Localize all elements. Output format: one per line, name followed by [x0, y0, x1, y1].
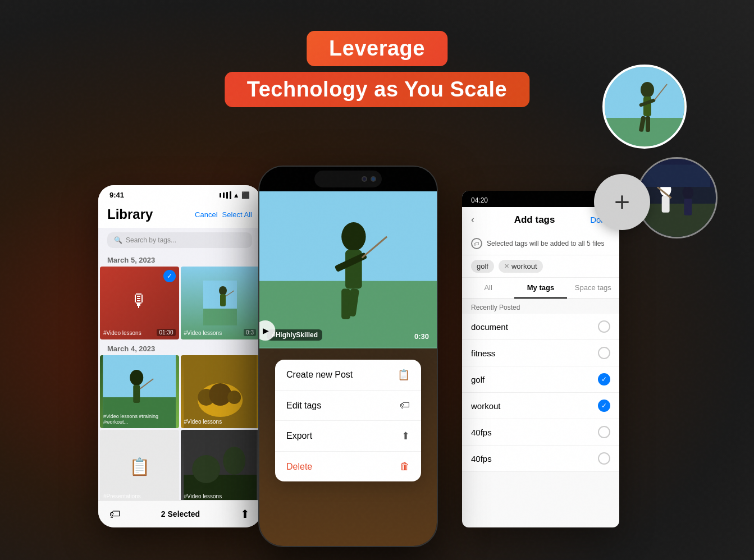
grid-row-3: 📋 #Presentations #Video lessons [98, 430, 261, 503]
thumb-duration-1: 01:30 [157, 329, 175, 336]
menu-item-export-label: Export [286, 431, 312, 441]
svg-rect-13 [684, 198, 692, 215]
grid-row-1: 🎙 #Video lessons 01:30 ✓ #Video lessons … [98, 267, 261, 339]
back-button[interactable]: ‹ [471, 214, 474, 226]
status-bar-left: 9:41 ▲ ⬛ [98, 185, 261, 202]
thumb-hands-1[interactable]: #Video lessons [181, 355, 260, 428]
tag-item-40fps-2[interactable]: 40fps [462, 446, 619, 472]
status-time-right: 04:20 [471, 196, 488, 204]
thumb-golf-2[interactable]: #Video lessons [181, 430, 260, 503]
section-date-1: March 5, 2023 [98, 253, 261, 267]
tag-radio-40fps-2[interactable] [598, 452, 610, 465]
tag-radio-document[interactable] [598, 320, 610, 333]
svg-point-38 [341, 222, 365, 251]
play-icon: ▶ [263, 326, 269, 335]
menu-item-create-post[interactable]: Create new Post 📋 [275, 360, 421, 391]
notch-sensor [362, 176, 367, 182]
tag-label-document: document [471, 322, 508, 332]
tag-item-document[interactable]: document [462, 314, 619, 340]
thumb-check-1: ✓ [163, 270, 176, 282]
export-icon: ⬆ [401, 430, 410, 442]
tag-radio-golf[interactable]: ✓ [598, 373, 610, 385]
menu-item-delete[interactable]: Delete 🗑 [275, 452, 421, 481]
center-phone: #HighlySkilled ▶ 0:30 Create new Post 📋 … [258, 166, 438, 547]
svg-rect-25 [133, 385, 140, 403]
tag-item-golf[interactable]: golf ✓ [462, 366, 619, 393]
menu-item-edit-tags[interactable]: Edit tags 🏷 [275, 391, 421, 421]
video-hashtag: #HighlySkilled [267, 329, 322, 341]
add-tags-panel: 04:20 ▲ ⬛ ‹ Add tags Done 🏷 Selected tag… [462, 191, 619, 527]
thumb-outdoor-1[interactable]: #Video lessons #training #workout... [100, 355, 179, 428]
svg-rect-18 [203, 309, 237, 325]
grid-row-2: #Video lessons #training #workout... #Vi… [98, 355, 261, 428]
header-buttons: Cancel Select All [195, 210, 252, 219]
section-date-2: March 4, 2023 [98, 341, 261, 355]
selected-count: 2 Selected [161, 509, 200, 518]
thumb-video-1[interactable]: 🎙 #Video lessons 01:30 ✓ [100, 267, 179, 339]
tags-tabs: All My tags Space tags [462, 278, 619, 299]
thumb-label-1: #Video lessons [103, 330, 141, 336]
notch-pill [314, 171, 382, 187]
tag-radio-workout[interactable]: ✓ [598, 400, 610, 412]
tag-label-40fps-2: 40fps [471, 454, 492, 463]
phone-notch [259, 167, 437, 191]
svg-rect-5 [646, 116, 650, 132]
tag-label-golf: golf [471, 375, 485, 384]
thumb-label-2: #Video lessons [184, 330, 222, 336]
phone-bottom-bg: Create new Post 📋 Edit tags 🏷 Export ⬆ D… [259, 348, 437, 546]
thumb-label-6: #Video lessons [184, 493, 222, 499]
cancel-button[interactable]: Cancel [195, 210, 217, 219]
panel-title: Add tags [479, 214, 590, 226]
create-post-icon: 📋 [397, 369, 410, 381]
tag-item-40fps-1[interactable]: 40fps [462, 419, 619, 446]
tab-all[interactable]: All [462, 278, 514, 299]
tag-icon-footer: 🏷 [109, 508, 121, 521]
menu-item-export[interactable]: Export ⬆ [275, 421, 421, 452]
panel-info-text: Selected tags will be added to all 5 fil… [487, 240, 604, 247]
panel-info-bar: 🏷 Selected tags will be added to all 5 f… [462, 232, 619, 255]
select-all-button[interactable]: Select All [222, 210, 252, 219]
svg-rect-9 [638, 203, 716, 237]
plus-button[interactable]: + [594, 174, 650, 230]
tag-label-40fps-1: 40fps [471, 428, 492, 437]
svg-point-12 [682, 186, 693, 199]
active-tags-row: golf ✕ workout [462, 255, 619, 278]
delete-icon: 🗑 [400, 461, 410, 472]
library-phone: 9:41 ▲ ⬛ Library Cancel Select All 🔍 Sea… [98, 185, 261, 527]
library-footer: 🏷 2 Selected ⬆ [98, 500, 261, 527]
thumb-label-4: #Video lessons [184, 419, 222, 425]
tag-workout-label: workout [511, 262, 537, 270]
video-content[interactable]: #HighlySkilled ▶ 0:30 [259, 191, 437, 348]
library-title: Library [107, 206, 153, 222]
notch-camera [371, 176, 376, 182]
thumb-presentation-1[interactable]: 📋 #Presentations [100, 430, 179, 503]
status-time-left: 9:41 [109, 191, 124, 199]
tag-golf[interactable]: golf [471, 260, 494, 273]
library-header: Library Cancel Select All [98, 202, 261, 228]
tag-label-workout: workout [471, 401, 501, 411]
tag-workout[interactable]: ✕ workout [499, 260, 543, 273]
hero-heading: Leverage Technology as You Scale [225, 31, 529, 107]
tag-item-workout[interactable]: workout ✓ [462, 393, 619, 419]
thumb-golf-1[interactable]: #Video lessons 0:3 [181, 267, 260, 339]
tag-item-fitness[interactable]: fitness [462, 340, 619, 366]
tab-space-tags[interactable]: Space tags [567, 278, 619, 299]
hero-line2: Technology as You Scale [225, 72, 529, 107]
menu-item-delete-label: Delete [286, 462, 312, 472]
circle-golf-image [602, 65, 687, 149]
menu-item-edit-tags-label: Edit tags [286, 401, 321, 411]
thumb-label-5: #Presentations [103, 493, 141, 499]
hero-line1: Leverage [307, 31, 447, 66]
thumb-label-3: #Video lessons #training #workout... [103, 414, 179, 425]
svg-rect-16 [643, 164, 710, 187]
tag-label-fitness: fitness [471, 348, 495, 358]
svg-point-31 [227, 391, 241, 404]
tag-radio-fitness[interactable] [598, 347, 610, 359]
tab-my-tags[interactable]: My tags [514, 278, 566, 299]
search-inner[interactable]: 🔍 Search by tags... [107, 232, 252, 248]
tag-radio-40fps-1[interactable] [598, 426, 610, 438]
search-placeholder: Search by tags... [126, 236, 176, 244]
svg-point-2 [641, 82, 654, 98]
status-icons-left: ▲ ⬛ [220, 191, 250, 199]
mic-icon: 🎙 [130, 291, 148, 311]
